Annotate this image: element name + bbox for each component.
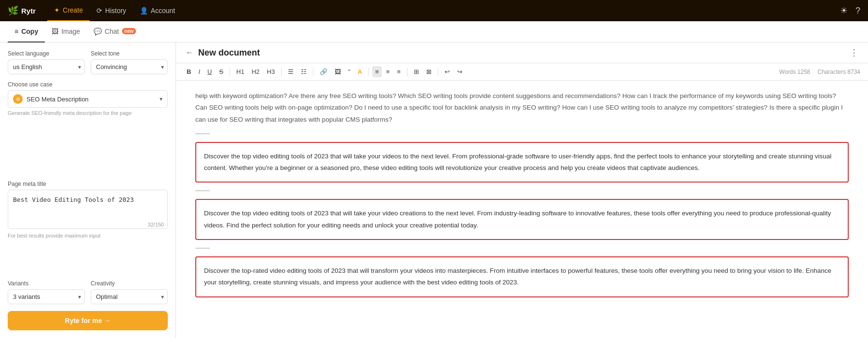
language-label: Select language (8, 50, 85, 57)
chat-icon: 💬 (94, 28, 102, 35)
back-button[interactable]: ← (186, 48, 193, 57)
app-name: Rytr (21, 7, 36, 15)
h1-button[interactable]: H1 (233, 66, 247, 77)
account-icon: 👤 (140, 7, 148, 14)
editor-content[interactable]: help with keyword optimization? Are ther… (176, 81, 868, 338)
word-count: Words 1258 (779, 69, 810, 75)
creativity-select-wrapper[interactable]: Low Medium Optimal High Max (91, 289, 168, 304)
variants-group: Variants 1 variant 2 variants 3 variants (8, 280, 85, 304)
highlight-button[interactable]: A (355, 66, 365, 77)
unordered-list-button[interactable]: ☰ (285, 66, 297, 77)
use-case-value: SEO Meta Description (27, 96, 156, 103)
page-title-group: Page meta title Best Video Editing Tools… (8, 181, 168, 273)
editor-panel: ← New document ⋮ B I U S H1 H2 H3 ☰ ☷ 🔗 … (176, 42, 868, 338)
nav-history[interactable]: ⟳ History (90, 0, 133, 21)
align-right-button[interactable]: ≡ (394, 66, 404, 77)
intro-text-block: help with keyword optimization? Are ther… (195, 90, 849, 126)
chat-badge: new (122, 28, 136, 34)
tone-label: Select tone (91, 50, 168, 57)
left-panel: Select language us English uk English Fr… (0, 42, 176, 338)
divider-1 (195, 133, 210, 134)
sub-nav: ≡ Copy 🖼 Image 💬 Chat new (0, 21, 868, 42)
h3-button[interactable]: H3 (264, 66, 278, 77)
doc-title: New document (198, 48, 260, 58)
use-case-select[interactable]: ⚙ SEO Meta Description ▾ (8, 90, 168, 108)
creativity-select[interactable]: Low Medium Optimal High Max (91, 289, 168, 304)
tab-image-label: Image (61, 28, 80, 35)
editor-header: ← New document ⋮ (176, 42, 868, 63)
clear-format-button[interactable]: ⊠ (423, 66, 434, 77)
underline-button[interactable]: U (204, 66, 215, 77)
toolbar-divider-2 (281, 68, 282, 76)
nav-create[interactable]: ✦ Create (47, 0, 90, 21)
use-case-hint: Generate SEO-friendly meta description f… (8, 110, 168, 116)
creativity-label: Creativity (91, 280, 168, 287)
toolbar-divider-3 (313, 68, 313, 76)
tab-chat-label: Chat (105, 28, 119, 35)
tone-select-wrapper[interactable]: Convincing Casual Formal Enthusiastic (91, 59, 168, 74)
tab-copy-label: Copy (21, 28, 38, 35)
divider-2 (195, 190, 210, 191)
more-options-button[interactable]: ⋮ (850, 47, 858, 58)
use-case-label: Choose use case (8, 81, 168, 88)
align-center-button[interactable]: ≡ (383, 66, 393, 77)
page-title-label: Page meta title (8, 181, 168, 187)
tab-chat[interactable]: 💬 Chat new (87, 21, 143, 42)
char-count: Characters 8734 (817, 69, 860, 75)
result-text-2: Discover the top video editing tools of … (204, 208, 840, 231)
h2-button[interactable]: H2 (249, 66, 263, 77)
italic-button[interactable]: I (195, 66, 203, 77)
nav-right: ☀ ? (840, 5, 860, 16)
image-insert-button[interactable]: 🖼 (332, 66, 344, 77)
align-left-button[interactable]: ≡ (372, 66, 382, 77)
tab-copy[interactable]: ≡ Copy (8, 21, 45, 42)
creativity-group: Creativity Low Medium Optimal High Max (91, 280, 168, 304)
help-button[interactable]: ? (855, 6, 860, 16)
ordered-list-button[interactable]: ☷ (298, 66, 310, 77)
page-title-input[interactable]: Best Video Editing Tools of 2023 (8, 190, 168, 229)
table-button[interactable]: ⊞ (411, 66, 422, 77)
nav-create-label: Create (63, 6, 83, 14)
max-input-hint: For best results provide maximum input (8, 233, 168, 239)
page-title-wrapper: Best Video Editing Tools of 2023 32/150 (8, 190, 168, 230)
language-group: Select language us English uk English Fr… (8, 50, 85, 74)
variants-creativity-row: Variants 1 variant 2 variants 3 variants… (8, 280, 168, 304)
app-logo[interactable]: 🌿 Rytr (8, 5, 36, 16)
link-button[interactable]: 🔗 (317, 66, 330, 77)
create-icon: ✦ (54, 6, 60, 14)
use-case-chevron-icon: ▾ (160, 96, 163, 102)
result-text-1: Discover the top video editing tools of … (204, 151, 840, 174)
char-count-badge: 32/150 (148, 222, 164, 227)
result-box-2[interactable]: Discover the top video editing tools of … (195, 199, 849, 240)
ryte-button[interactable]: Ryte for me → (8, 311, 168, 330)
divider-3 (195, 248, 210, 249)
quote-button[interactable]: " (345, 66, 353, 77)
result-box-1[interactable]: Discover the top video editing tools of … (195, 142, 849, 183)
toolbar-divider-1 (230, 68, 230, 76)
tone-select[interactable]: Convincing Casual Formal Enthusiastic (91, 59, 168, 74)
doc-title-row: ← New document (186, 48, 260, 58)
nav-account[interactable]: 👤 Account (133, 0, 182, 21)
strikethrough-button[interactable]: S (216, 66, 226, 77)
variants-select-wrapper[interactable]: 1 variant 2 variants 3 variants (8, 289, 85, 304)
tab-image[interactable]: 🖼 Image (45, 21, 87, 42)
tone-group: Select tone Convincing Casual Formal Ent… (91, 50, 168, 74)
nav-history-label: History (105, 7, 126, 14)
use-case-icon: ⚙ (13, 94, 23, 104)
language-select[interactable]: us English uk English French German Span… (8, 59, 85, 74)
language-select-wrapper[interactable]: us English uk English French German Span… (8, 59, 85, 74)
variants-select[interactable]: 1 variant 2 variants 3 variants (8, 289, 85, 304)
bold-button[interactable]: B (184, 66, 194, 77)
variants-label: Variants (8, 280, 85, 287)
language-tone-row: Select language us English uk English Fr… (8, 50, 168, 74)
toolbar-divider-4 (368, 68, 369, 76)
brightness-button[interactable]: ☀ (840, 5, 848, 16)
image-icon: 🖼 (52, 28, 58, 35)
top-nav: 🌿 Rytr ✦ Create ⟳ History 👤 Account ☀ ? (0, 0, 868, 21)
result-box-3[interactable]: Discover the top-rated video editing too… (195, 256, 849, 297)
undo-button[interactable]: ↩ (442, 66, 453, 77)
logo-icon: 🌿 (8, 5, 18, 16)
redo-button[interactable]: ↪ (454, 66, 465, 77)
nav-account-label: Account (151, 7, 176, 14)
toolbar-divider-5 (407, 68, 407, 76)
